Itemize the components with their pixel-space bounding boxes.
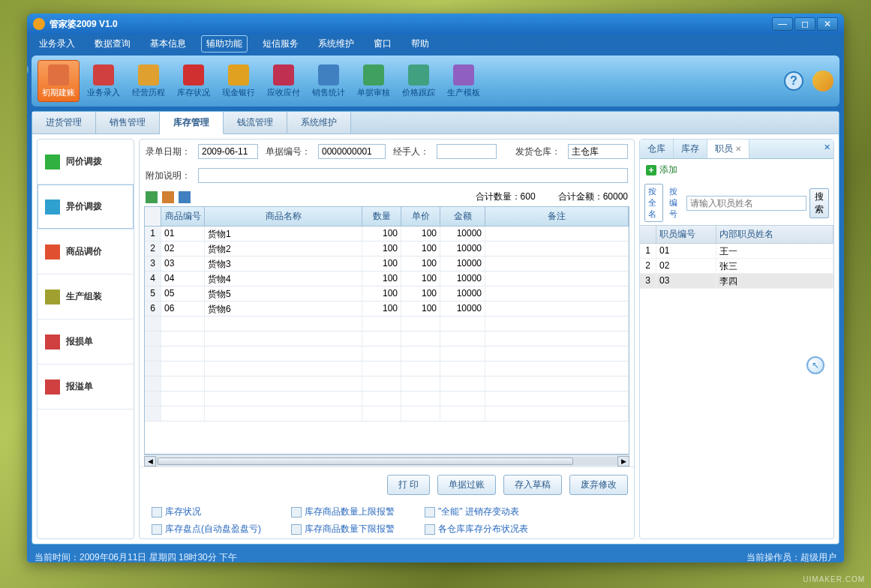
col-price[interactable]: 单价 (401, 207, 440, 226)
menu-5[interactable]: 系统维护 (314, 36, 359, 52)
tool-0[interactable]: 初期建账 (38, 60, 80, 102)
scroll-left-icon[interactable]: ◀ (144, 456, 156, 466)
maximize-button[interactable]: ◻ (794, 17, 815, 31)
tool-6[interactable]: 销售统计 (308, 60, 350, 102)
scroll-right-icon[interactable]: ▶ (617, 456, 629, 466)
col-amt[interactable]: 金额 (440, 207, 485, 226)
menu-1[interactable]: 数据查询 (90, 36, 135, 52)
col-code[interactable]: 商品编号 (161, 207, 205, 226)
employee-search-input[interactable] (686, 196, 806, 211)
main-tab-1[interactable]: 销售管理 (96, 112, 160, 134)
main-tab-4[interactable]: 系统维护 (287, 112, 351, 134)
tool-7[interactable]: 单据审核 (353, 60, 395, 102)
quick-link[interactable]: 库存盘点(自动盘盈盘亏) (152, 523, 261, 536)
col-name[interactable]: 商品名称 (205, 207, 362, 226)
table-row-empty[interactable] (145, 376, 629, 392)
emp-col-code[interactable]: 职员编号 (656, 226, 716, 243)
emp-col-idx[interactable] (640, 226, 656, 243)
main-tab-0[interactable]: 进货管理 (32, 112, 96, 134)
sidebar-item-5[interactable]: 报溢单 (38, 364, 134, 410)
main-tabs: 进货管理销售管理库存管理钱流管理系统维护 (32, 112, 839, 134)
arrow-up-icon[interactable]: ↖ (806, 356, 824, 374)
collapse-toolbar-icon[interactable]: ▲ (27, 63, 29, 76)
print-button[interactable]: 打 印 (387, 475, 430, 495)
handler-input[interactable] (437, 144, 497, 159)
close-button[interactable]: ✕ (817, 17, 838, 31)
col-qty[interactable]: 数量 (362, 207, 401, 226)
link-icon (152, 507, 162, 518)
quick-link[interactable]: "全能" 进销存变动表 (425, 506, 528, 518)
tool-4[interactable]: 现金银行 (218, 60, 260, 102)
table-row-empty[interactable] (145, 406, 629, 422)
date-input[interactable] (198, 144, 258, 159)
quick-link[interactable]: 各仓库库存分布状况表 (425, 523, 528, 536)
quick-link[interactable]: 库存状况 (152, 506, 261, 518)
tool-5[interactable]: 应收应付 (263, 60, 305, 102)
employee-row[interactable]: 303李四 (640, 274, 833, 289)
menu-2[interactable]: 基本信息 (146, 36, 191, 52)
panel-tab-0[interactable]: 仓库 (640, 140, 674, 158)
tool-2[interactable]: 经营历程 (128, 60, 170, 102)
table-row-empty[interactable] (145, 362, 629, 376)
discard-button[interactable]: 废弃修改 (569, 475, 628, 495)
note-input[interactable] (198, 168, 628, 183)
tool-1[interactable]: 业务录入 (83, 60, 125, 102)
draft-button[interactable]: 存入草稿 (503, 475, 562, 495)
menu-4[interactable]: 短信服务 (258, 36, 303, 52)
menu-7[interactable]: 帮助 (407, 36, 434, 52)
panel-tab-1[interactable]: 库存 (674, 140, 707, 158)
employee-row[interactable]: 101王一 (640, 244, 833, 259)
table-row[interactable]: 303货物310010010000 (145, 256, 629, 272)
table-row[interactable]: 404货物410010010000 (145, 272, 629, 286)
main-tab-3[interactable]: 钱流管理 (224, 112, 287, 134)
person-icon[interactable] (179, 191, 191, 203)
panel-close-icon[interactable]: ✕ (824, 142, 830, 152)
table-row[interactable]: 606货物610010010000 (145, 302, 629, 316)
building-icon[interactable] (146, 191, 158, 203)
emp-col-name[interactable]: 内部职员姓名 (716, 226, 833, 243)
by-code-toggle[interactable]: 按编号 (666, 184, 683, 221)
table-row[interactable]: 202货物210010010000 (145, 242, 629, 256)
menu-6[interactable]: 窗口 (369, 36, 396, 52)
tool-9[interactable]: 生产模板 (443, 60, 485, 102)
sidebar-item-1[interactable]: 异价调拨 (38, 184, 134, 230)
main-tab-2[interactable]: 库存管理 (160, 112, 224, 134)
doc-input[interactable] (318, 144, 386, 159)
panel-tab-2[interactable]: 职员✕ (707, 140, 749, 158)
post-button[interactable]: 单据过账 (437, 475, 496, 495)
sidebar-item-0[interactable]: 同价调拨 (38, 140, 134, 184)
menu-0[interactable]: 业务录入 (35, 36, 80, 52)
search-button[interactable]: 搜索 (809, 188, 829, 218)
table-row-empty[interactable] (145, 332, 629, 346)
tool-8[interactable]: 价格跟踪 (398, 60, 440, 102)
menu-3[interactable]: 辅助功能 (201, 35, 248, 52)
doc-label: 单据编号： (266, 146, 311, 158)
table-row-empty[interactable] (145, 316, 629, 332)
minimize-button[interactable]: — (772, 17, 793, 31)
sidebar-item-2[interactable]: 商品调价 (38, 230, 134, 274)
warehouse-input[interactable] (568, 144, 628, 159)
table-row[interactable]: 505货物510010010000 (145, 286, 629, 302)
tab-close-icon[interactable]: ✕ (735, 145, 741, 153)
add-button[interactable]: + 添加 (640, 159, 833, 181)
by-fullname-toggle[interactable]: 按全名 (644, 184, 663, 222)
scroll-thumb[interactable] (158, 458, 573, 465)
horizontal-scrollbar[interactable]: ◀ ▶ (144, 454, 629, 466)
pen-icon[interactable] (812, 70, 833, 92)
quick-link[interactable]: 库存商品数量下限报警 (291, 523, 395, 536)
table-row-empty[interactable] (145, 392, 629, 406)
titlebar[interactable]: 管家婆2009 V1.0 — ◻ ✕ (27, 14, 844, 34)
grid-body[interactable]: 101货物110010010000202货物210010010000303货物3… (145, 226, 629, 454)
table-row[interactable]: 101货物110010010000 (145, 226, 629, 242)
quick-link[interactable]: 库存商品数量上限报警 (291, 506, 395, 518)
employee-row[interactable]: 202张三 (640, 259, 833, 274)
col-index[interactable] (145, 207, 161, 226)
tool-3[interactable]: 库存状况 (173, 60, 215, 102)
calc-icon[interactable] (162, 191, 174, 203)
col-note[interactable]: 备注 (485, 207, 629, 226)
sidebar-item-4[interactable]: 报损单 (38, 320, 134, 364)
sidebar-item-3[interactable]: 生产组装 (38, 274, 134, 320)
table-row-empty[interactable] (145, 346, 629, 362)
help-icon[interactable]: ? (784, 71, 803, 91)
app-window: 管家婆2009 V1.0 — ◻ ✕ 业务录入数据查询基本信息辅助功能短信服务系… (27, 14, 844, 562)
